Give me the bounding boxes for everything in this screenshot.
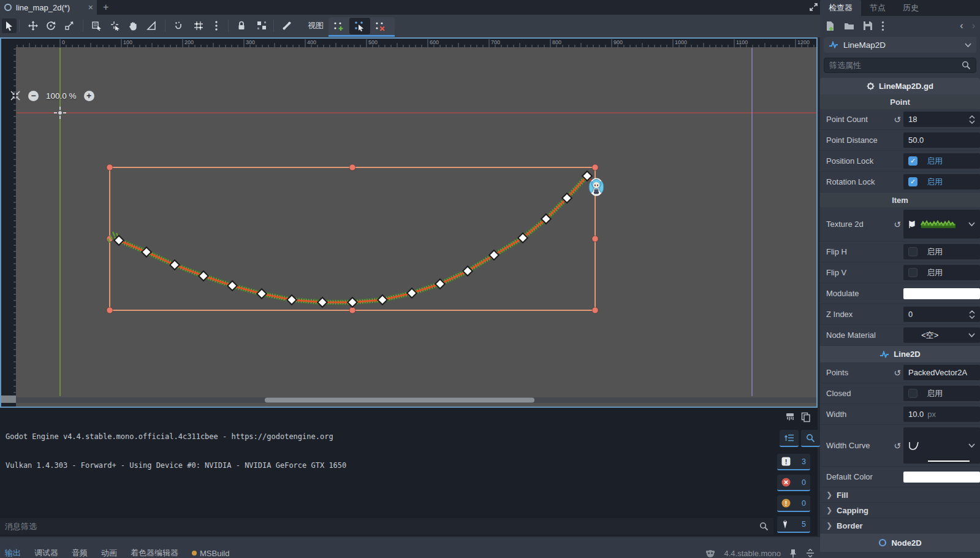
- selection-handle[interactable]: [592, 307, 598, 313]
- revert-icon[interactable]: ↺: [891, 368, 903, 378]
- move-tool-button[interactable]: [26, 18, 40, 33]
- view-menu-button[interactable]: 视图: [304, 18, 327, 33]
- smart-snap-button[interactable]: [171, 18, 186, 33]
- category-node2d[interactable]: Node2D: [820, 533, 980, 552]
- group-button[interactable]: [254, 18, 269, 33]
- zoom-in-button[interactable]: +: [84, 91, 94, 101]
- edited-node-selector[interactable]: LineMap2D: [824, 37, 976, 53]
- point-count-field[interactable]: 18: [903, 112, 980, 127]
- history-forward-icon[interactable]: ›: [972, 20, 975, 31]
- group-capping[interactable]: ❯ Capping: [820, 503, 980, 518]
- pan-tool-button[interactable]: [126, 18, 140, 33]
- bottom-tab-output[interactable]: 输出: [5, 548, 21, 558]
- revert-icon[interactable]: ↺: [891, 115, 903, 124]
- section-point[interactable]: Point: [820, 94, 980, 109]
- scale-icon: [64, 21, 74, 31]
- message-filter-input[interactable]: 消息筛选: [0, 518, 773, 535]
- zoom-out-button[interactable]: −: [28, 91, 39, 101]
- chevron-down-icon[interactable]: [968, 333, 975, 337]
- flip-h-checkbox[interactable]: [908, 247, 917, 256]
- selection-handle[interactable]: [107, 164, 113, 170]
- inspector-menu-icon[interactable]: [881, 21, 884, 31]
- selection-handle[interactable]: [349, 307, 355, 313]
- pin-icon[interactable]: [789, 549, 797, 558]
- default-color-swatch[interactable]: [903, 472, 980, 483]
- filter-properties-input[interactable]: 筛选属性: [824, 58, 976, 73]
- bottom-tab-shader-editor[interactable]: 着色器编辑器: [131, 548, 178, 558]
- delete-point-button[interactable]: [370, 18, 391, 34]
- select-list-button[interactable]: [89, 18, 104, 33]
- rotation-lock-checkbox[interactable]: ✓: [908, 177, 917, 186]
- texture-2d-field[interactable]: [903, 210, 980, 239]
- edit-count-toggle[interactable]: 5: [777, 516, 810, 533]
- search-output-button[interactable]: [801, 430, 820, 447]
- width-field[interactable]: 10.0 px: [903, 407, 980, 422]
- rotate-tool-button[interactable]: [44, 18, 58, 33]
- skeleton-button[interactable]: [279, 18, 294, 33]
- new-tab-button[interactable]: +: [103, 2, 108, 13]
- scale-tool-button[interactable]: [62, 18, 77, 33]
- ruler-tool-button[interactable]: [144, 18, 159, 33]
- section-item[interactable]: Item: [820, 193, 980, 207]
- bottom-tab-audio[interactable]: 音频: [72, 548, 88, 558]
- node-material-field[interactable]: <空>: [903, 327, 980, 343]
- position-lock-checkbox[interactable]: ✓: [908, 156, 917, 166]
- revert-icon[interactable]: ↺: [891, 220, 903, 229]
- close-tab-icon[interactable]: ×: [88, 3, 93, 12]
- 2d-viewport[interactable]: 0100200300400500600700800900100011001200…: [0, 37, 818, 408]
- new-resource-icon[interactable]: [825, 21, 835, 31]
- center-view-icon[interactable]: [10, 90, 21, 101]
- chevron-down-icon[interactable]: [968, 443, 975, 448]
- closed-checkbox[interactable]: [908, 389, 917, 398]
- add-point-button[interactable]: [329, 18, 349, 34]
- lock-button[interactable]: [234, 18, 249, 33]
- tab-inspector[interactable]: 检查器: [820, 0, 861, 16]
- width-curve-field[interactable]: [903, 427, 980, 464]
- error-count-toggle[interactable]: 0: [777, 475, 810, 491]
- grid-snap-button[interactable]: [191, 18, 206, 33]
- revert-icon[interactable]: ↺: [891, 441, 903, 451]
- zoom-percent-label[interactable]: 100.0 %: [46, 91, 77, 101]
- selection-handle[interactable]: [592, 164, 598, 170]
- load-resource-folder-icon[interactable]: [844, 21, 854, 31]
- modulate-color-swatch[interactable]: [903, 288, 980, 299]
- select-point-button[interactable]: [349, 18, 370, 34]
- spinner-icon[interactable]: [969, 310, 975, 319]
- category-line2d[interactable]: Line2D: [820, 346, 980, 362]
- snap-options-button[interactable]: [211, 18, 221, 33]
- selection-handle[interactable]: [349, 164, 355, 170]
- points-field[interactable]: PackedVector2A: [903, 365, 980, 380]
- select-position-button[interactable]: [108, 18, 123, 33]
- tab-history[interactable]: 历史: [894, 0, 927, 16]
- scene-tab[interactable]: line_map_2d(*) ×: [0, 0, 97, 15]
- bottom-tab-debugger[interactable]: 调试器: [34, 548, 58, 558]
- collapse-tree-button[interactable]: [780, 430, 799, 447]
- h-scrollbar-thumb[interactable]: [265, 398, 534, 403]
- z-index-field[interactable]: 0: [903, 307, 980, 322]
- group-fill[interactable]: ❯ Fill: [820, 487, 980, 503]
- expand-panel-icon[interactable]: [805, 549, 815, 557]
- tab-node[interactable]: 节点: [861, 0, 894, 16]
- script-category[interactable]: LineMap2D.gd: [820, 78, 980, 94]
- spinner-icon[interactable]: [969, 115, 975, 124]
- copy-output-icon[interactable]: [800, 411, 811, 422]
- svg-text:1200: 1200: [797, 39, 810, 45]
- bottom-tab-msbuild[interactable]: MSBuild: [192, 549, 229, 558]
- bottom-tab-animation[interactable]: 动画: [101, 548, 117, 558]
- message-count-toggle[interactable]: ! 3: [777, 454, 810, 470]
- select-tool-button[interactable]: [2, 18, 17, 33]
- canvas-background[interactable]: [0, 37, 818, 408]
- selection-handle[interactable]: [592, 236, 598, 242]
- chevron-down-icon[interactable]: [968, 222, 975, 226]
- clear-output-icon[interactable]: [784, 411, 796, 422]
- selection-handle[interactable]: [107, 307, 113, 313]
- expand-viewport-icon[interactable]: [809, 2, 818, 12]
- point-distance-field[interactable]: 50.0: [903, 132, 980, 148]
- group-border[interactable]: ❯ Border: [820, 518, 980, 533]
- toolbar-separator: [165, 20, 165, 32]
- warning-count-toggle[interactable]: ! 0: [777, 495, 810, 512]
- canvas-svg[interactable]: 0100200300400500600700800900100011001200: [0, 37, 818, 408]
- history-back-icon[interactable]: ‹: [960, 20, 963, 31]
- flip-v-checkbox[interactable]: [908, 268, 917, 277]
- save-icon[interactable]: [863, 21, 873, 31]
